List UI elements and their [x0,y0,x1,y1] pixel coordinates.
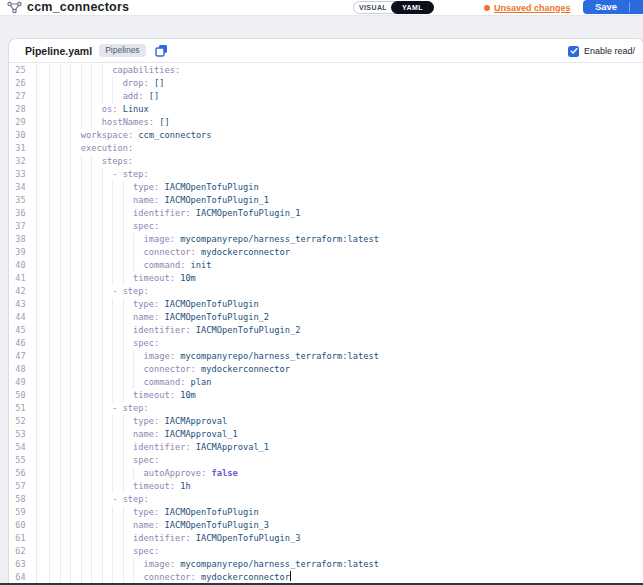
code-line[interactable]: 36identifier: IACMOpenTofuPlugin_1 [9,207,643,220]
toggle-yaml[interactable]: YAML [391,1,434,14]
code-line[interactable]: 57timeout: 1h [9,480,643,493]
code-line[interactable]: 27add: [] [9,90,643,103]
code-line[interactable]: 30workspace: ccm_connectors [9,129,643,142]
code-line[interactable]: 61identifier: IACMOpenTofuPlugin_3 [9,532,643,545]
code-line[interactable]: 44name: IACMOpenTofuPlugin_2 [9,311,643,324]
code-line[interactable]: 49command: plan [9,376,643,389]
code-line[interactable]: 42- step: [9,285,643,298]
yaml-value: mydockerconnector [196,572,290,582]
save-button[interactable]: Save [583,0,629,14]
indent-guide [60,389,70,402]
indent-guide [39,415,49,428]
indent-guide [102,402,112,415]
code-line[interactable]: 41timeout: 10m [9,272,643,285]
line-number: 41 [9,272,26,285]
indent-guide [39,246,49,259]
code-line[interactable]: 47image: mycompanyrepo/harness_terraform… [9,350,643,363]
indent-guide [60,207,70,220]
indent-guide [102,350,112,363]
line-content: name: IACMOpenTofuPlugin_2 [36,311,643,324]
code-line[interactable]: 34type: IACMOpenTofuPlugin [9,181,643,194]
code-line[interactable]: 62spec: [9,545,643,558]
indent-guide [60,376,70,389]
code-line[interactable]: 26drop: [] [9,77,643,90]
line-content: command: init [36,259,643,272]
code-line[interactable]: 38image: mycompanyrepo/harness_terraform… [9,233,643,246]
code-line[interactable]: 28os: Linux [9,103,643,116]
line-content: timeout: 10m [36,389,643,402]
yaml-key: name: [133,429,159,439]
indent-guide [102,324,112,337]
code-line[interactable]: 56autoApprove: false [9,467,643,480]
code-line[interactable]: 63image: mycompanyrepo/harness_terraform… [9,558,643,571]
indent-guide [49,168,59,181]
code-line[interactable]: 53name: IACMApproval_1 [9,428,643,441]
line-number: 52 [9,415,26,428]
code-line[interactable]: 59type: IACMOpenTofuPlugin [9,506,643,519]
indent-guide [49,467,59,480]
code-line[interactable]: 60name: IACMOpenTofuPlugin_3 [9,519,643,532]
yaml-key: step: [123,403,149,413]
code-line[interactable]: 45identifier: IACMOpenTofuPlugin_2 [9,324,643,337]
code-line[interactable]: 55spec: [9,454,643,467]
indent-guide [81,558,91,571]
enable-checkbox[interactable] [568,46,579,57]
yaml-key: timeout: [133,481,175,491]
code-line[interactable]: 33- step: [9,168,643,181]
indent-guide [81,363,91,376]
code-line[interactable]: 31execution: [9,142,643,155]
code-line[interactable]: 58- step: [9,493,643,506]
indent-guide [70,558,80,571]
line-content: add: [] [36,90,643,103]
toggle-visual[interactable]: VISUAL [354,2,392,13]
unsaved-changes-link[interactable]: Unsaved changes [494,3,571,13]
code-line[interactable]: 40command: init [9,259,643,272]
code-line[interactable]: 29hostNames: [] [9,116,643,129]
indent-guide [39,298,49,311]
indent-guide [39,376,49,389]
indent-guide [123,272,133,285]
indent-guide [112,558,122,571]
indent-guide [70,142,80,155]
code-line[interactable]: 52type: IACMApproval [9,415,643,428]
save-split-button: Save [583,0,643,14]
indent-guide [91,376,101,389]
indent-guide [81,402,91,415]
indent-guide [49,454,59,467]
code-line[interactable]: 43type: IACMOpenTofuPlugin [9,298,643,311]
indent-guide [112,233,122,246]
file-name: Pipeline.yaml [25,45,92,57]
line-number: 40 [9,259,26,272]
save-dropdown-button[interactable] [630,0,643,14]
yaml-value: [] [154,117,170,127]
indent-guide [70,246,80,259]
indent-guide [70,389,80,402]
indent-guide [81,103,91,116]
indent-guide [91,220,101,233]
indent-guide [112,207,122,220]
line-number: 30 [9,129,26,142]
code-line[interactable]: 50timeout: 10m [9,389,643,402]
code-line[interactable]: 48connector: mydockerconnector [9,363,643,376]
yaml-key: timeout: [133,390,175,400]
indent-guide [123,389,133,402]
indent-guide [60,129,70,142]
indent-guide [102,467,112,480]
indent-guide [49,350,59,363]
code-line[interactable]: 35name: IACMOpenTofuPlugin_1 [9,194,643,207]
code-line[interactable]: 37spec: [9,220,643,233]
yaml-value: Linux [117,104,148,114]
code-line[interactable]: 46spec: [9,337,643,350]
yaml-key: hostNames: [102,117,154,127]
copy-icon[interactable] [155,44,168,57]
indent-guide [123,181,133,194]
code-line[interactable]: 51- step: [9,402,643,415]
indent-guide [91,194,101,207]
code-line[interactable]: 39connector: mydockerconnector [9,246,643,259]
code-line[interactable]: 54identifier: IACMApproval_1 [9,441,643,454]
line-number: 45 [9,324,26,337]
code-line[interactable]: 32steps: [9,155,643,168]
visual-yaml-toggle[interactable]: VISUAL YAML [353,1,434,14]
code-line[interactable]: 25capabilities: [9,64,643,77]
yaml-code-area[interactable]: 25capabilities:26drop: []27add: []28os: … [9,64,643,585]
